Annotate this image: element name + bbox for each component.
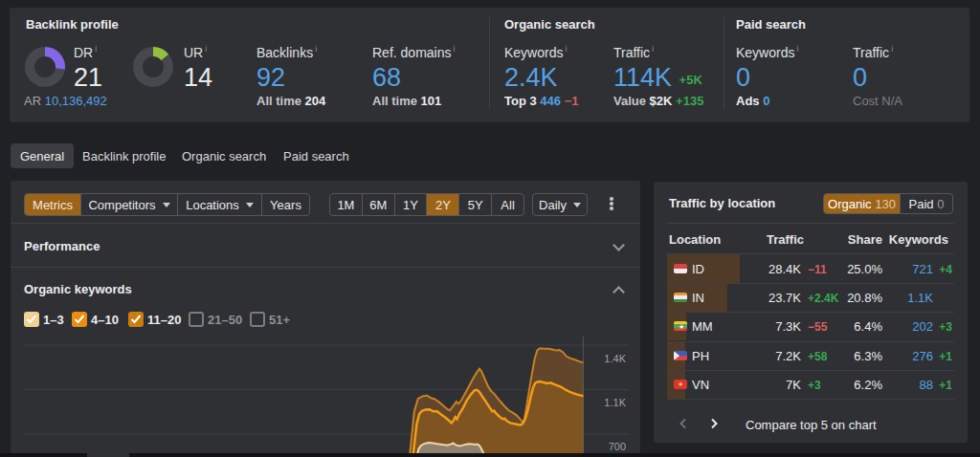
svg-text:1.4K: 1.4K (604, 353, 626, 364)
svg-text:1.1K: 1.1K (604, 397, 626, 408)
svg-text:700: 700 (609, 441, 626, 452)
